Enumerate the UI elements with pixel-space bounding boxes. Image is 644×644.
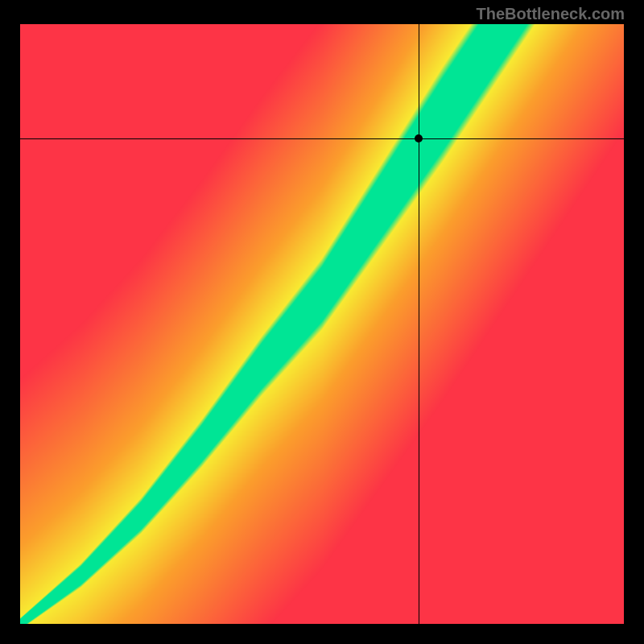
crosshair-marker: [415, 134, 423, 142]
heatmap-canvas: [20, 24, 624, 624]
heatmap-plot: [20, 24, 624, 624]
crosshair-vertical: [419, 24, 419, 624]
watermark-text: TheBottleneck.com: [477, 5, 625, 23]
crosshair-horizontal: [20, 138, 624, 139]
